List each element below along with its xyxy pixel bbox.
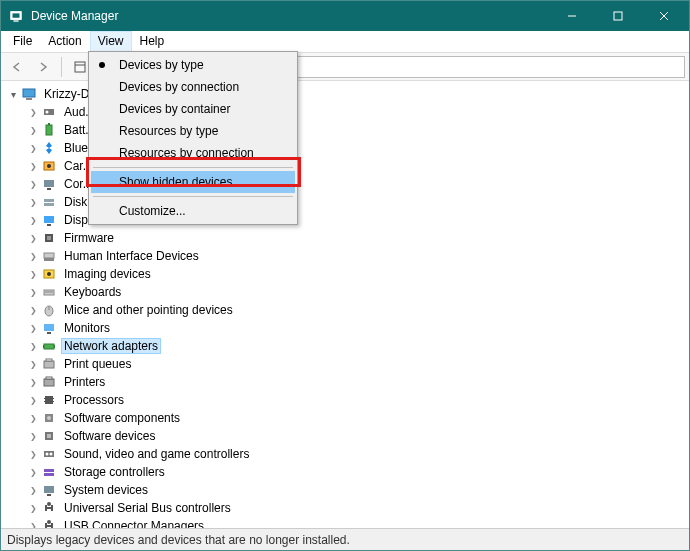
svg-rect-34 xyxy=(47,332,51,334)
svg-rect-24 xyxy=(47,236,51,240)
expand-icon[interactable]: ❯ xyxy=(25,140,41,156)
expand-icon[interactable]: ❯ xyxy=(25,518,41,528)
device-icon xyxy=(41,104,57,120)
tree-item-label: Universal Serial Bus controllers xyxy=(61,500,234,516)
svg-rect-39 xyxy=(46,359,52,361)
back-button[interactable] xyxy=(5,55,29,79)
minimize-button[interactable] xyxy=(549,1,595,31)
tree-item[interactable]: ❯Imaging devices xyxy=(5,265,689,283)
tree-item-label: Mice and other pointing devices xyxy=(61,302,236,318)
menu-action[interactable]: Action xyxy=(40,31,89,52)
menu-separator xyxy=(93,167,293,168)
svg-rect-41 xyxy=(46,377,52,379)
expand-icon[interactable]: ❯ xyxy=(25,482,41,498)
svg-point-59 xyxy=(47,520,51,524)
expand-icon[interactable]: ❯ xyxy=(25,158,41,174)
expand-icon[interactable]: ❯ xyxy=(25,302,41,318)
device-icon xyxy=(41,518,57,528)
svg-rect-42 xyxy=(45,396,53,404)
toolbar-separator xyxy=(61,57,62,77)
expand-icon[interactable]: ❯ xyxy=(25,428,41,444)
expand-icon[interactable]: ❯ xyxy=(25,392,41,408)
svg-rect-44 xyxy=(53,398,54,399)
close-button[interactable] xyxy=(641,1,687,31)
tree-item-label: Storage controllers xyxy=(61,464,168,480)
svg-rect-33 xyxy=(44,324,54,331)
menu-devices-by-connection[interactable]: Devices by connection xyxy=(91,76,295,98)
expand-icon[interactable]: ❯ xyxy=(25,500,41,516)
tree-item[interactable]: ❯Processors xyxy=(5,391,689,409)
expand-icon[interactable]: ❯ xyxy=(25,284,41,300)
menu-devices-by-container[interactable]: Devices by container xyxy=(91,98,295,120)
device-icon xyxy=(41,302,57,318)
expand-icon[interactable]: ❯ xyxy=(25,194,41,210)
expand-icon[interactable]: ❯ xyxy=(25,266,41,282)
svg-rect-1 xyxy=(13,13,20,17)
tree-item[interactable]: ❯Software devices xyxy=(5,427,689,445)
svg-rect-45 xyxy=(44,401,45,402)
status-text: Displays legacy devices and devices that… xyxy=(7,533,350,547)
svg-rect-35 xyxy=(44,344,54,349)
menu-resources-by-connection[interactable]: Resources by connection xyxy=(91,142,295,164)
expand-icon[interactable]: ❯ xyxy=(25,410,41,426)
expand-icon[interactable]: ❯ xyxy=(25,446,41,462)
expand-icon[interactable]: ❯ xyxy=(25,464,41,480)
svg-rect-18 xyxy=(47,188,51,190)
tree-item[interactable]: ❯Keyboards xyxy=(5,283,689,301)
collapse-icon[interactable]: ▾ xyxy=(5,86,21,102)
tree-item[interactable]: ❯Monitors xyxy=(5,319,689,337)
device-icon xyxy=(41,158,57,174)
tree-item-label: Firmware xyxy=(61,230,117,246)
svg-rect-4 xyxy=(614,12,622,20)
tree-item-label: Printers xyxy=(61,374,108,390)
tree-item[interactable]: ❯Mice and other pointing devices xyxy=(5,301,689,319)
tree-item[interactable]: ❯Human Interface Devices xyxy=(5,247,689,265)
tree-item[interactable]: ❯USB Connector Managers xyxy=(5,517,689,528)
tree-item-label: Network adapters xyxy=(61,338,161,354)
expand-icon[interactable]: ❯ xyxy=(25,176,41,192)
device-icon xyxy=(41,212,57,228)
menu-resources-by-type[interactable]: Resources by type xyxy=(91,120,295,142)
expand-icon[interactable]: ❯ xyxy=(25,212,41,228)
tree-item[interactable]: ❯Sound, video and game controllers xyxy=(5,445,689,463)
menu-show-hidden-devices[interactable]: Show hidden devices xyxy=(91,171,295,193)
tree-item[interactable]: ❯Software components xyxy=(5,409,689,427)
menu-view[interactable]: View xyxy=(90,31,132,52)
expand-icon[interactable]: ❯ xyxy=(25,104,41,120)
menu-devices-by-type[interactable]: Devices by type xyxy=(91,54,295,76)
expand-icon[interactable]: ❯ xyxy=(25,374,41,390)
expand-icon[interactable]: ❯ xyxy=(25,230,41,246)
device-icon xyxy=(41,338,57,354)
tree-item[interactable]: ❯System devices xyxy=(5,481,689,499)
svg-rect-2 xyxy=(13,20,18,21)
tree-item[interactable]: ❯Printers xyxy=(5,373,689,391)
view-dropdown: Devices by type Devices by connection De… xyxy=(88,51,298,225)
tree-item-label: USB Connector Managers xyxy=(61,518,207,528)
tree-item[interactable]: ❯Storage controllers xyxy=(5,463,689,481)
expand-icon[interactable]: ❯ xyxy=(25,248,41,264)
svg-rect-9 xyxy=(23,89,35,97)
expand-icon[interactable]: ❯ xyxy=(25,320,41,336)
maximize-button[interactable] xyxy=(595,1,641,31)
expand-icon[interactable]: ❯ xyxy=(25,122,41,138)
tree-item-label: Monitors xyxy=(61,320,113,336)
tree-item[interactable]: ❯Network adapters xyxy=(5,337,689,355)
tree-item[interactable]: ❯Universal Serial Bus controllers xyxy=(5,499,689,517)
svg-rect-19 xyxy=(44,199,54,202)
menu-customize[interactable]: Customize... xyxy=(91,200,295,222)
device-icon xyxy=(41,194,57,210)
tree-item-label: System devices xyxy=(61,482,151,498)
device-icon xyxy=(41,320,57,336)
tree-item-label: Software devices xyxy=(61,428,158,444)
tree-item[interactable]: ❯Firmware xyxy=(5,229,689,247)
tree-item[interactable]: ❯Print queues xyxy=(5,355,689,373)
svg-rect-54 xyxy=(44,469,54,472)
expand-icon[interactable]: ❯ xyxy=(25,338,41,354)
menu-help[interactable]: Help xyxy=(132,31,173,52)
menu-file[interactable]: File xyxy=(5,31,40,52)
expand-icon[interactable]: ❯ xyxy=(25,356,41,372)
bullet-icon xyxy=(99,62,105,68)
forward-button[interactable] xyxy=(31,55,55,79)
svg-rect-13 xyxy=(46,125,52,135)
app-icon xyxy=(9,8,25,24)
